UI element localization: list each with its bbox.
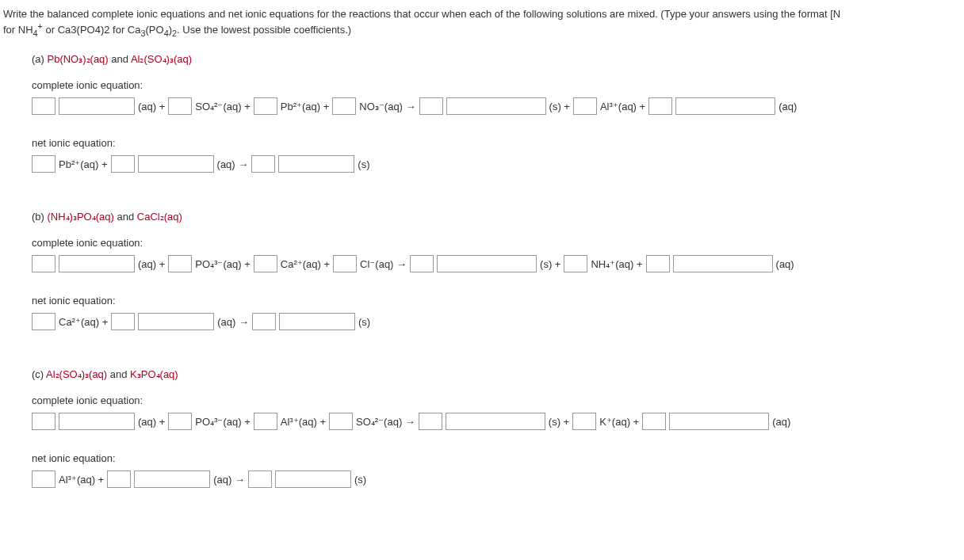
nie-row-a: Pb²⁺(aq) + (aq) → (s) bbox=[32, 155, 964, 173]
coef-input[interactable] bbox=[572, 413, 596, 430]
species-input[interactable] bbox=[59, 255, 135, 272]
reactant-c1: Al₂(SO₄)₃(aq) bbox=[46, 368, 107, 380]
instructions-line2: for NH4+ or Ca3(PO4)2 for Ca3(PO4)2. Use… bbox=[3, 24, 351, 36]
part-a: (a) Pb(NO₃)₂(aq) and Al₂(SO₄)₃(aq) compl… bbox=[32, 53, 964, 173]
nie-label-c: net ionic equation: bbox=[32, 452, 964, 464]
coef-input[interactable] bbox=[32, 413, 55, 430]
ca2-token: Ca²⁺(aq) + bbox=[281, 258, 330, 270]
part-c: (c) Al₂(SO₄)₃(aq) and K₃PO₄(aq) complete… bbox=[32, 368, 964, 488]
coef-input[interactable] bbox=[248, 470, 272, 488]
coef-input[interactable] bbox=[32, 97, 55, 115]
coef-input[interactable] bbox=[32, 470, 55, 488]
no3-token: NO₃⁻(aq) → bbox=[359, 101, 415, 112]
coef-input[interactable] bbox=[168, 97, 192, 115]
species-input[interactable] bbox=[279, 313, 355, 330]
coef-input[interactable] bbox=[252, 313, 276, 330]
aq-plus-token: (aq) + bbox=[138, 101, 165, 112]
species-input[interactable] bbox=[675, 97, 775, 115]
s-token: (s) bbox=[358, 158, 369, 170]
nie-row-b: Ca²⁺(aq) + (aq) → (s) bbox=[32, 313, 964, 330]
species-input[interactable] bbox=[446, 413, 545, 430]
reactant-b1: (NH₄)₃PO₄(aq) bbox=[48, 211, 114, 223]
coef-input[interactable] bbox=[573, 97, 597, 115]
aq-arrow-token: (aq) → bbox=[217, 316, 249, 328]
cie-label-a: complete ionic equation: bbox=[32, 79, 964, 91]
ca2-net-token: Ca²⁺(aq) + bbox=[59, 316, 108, 328]
coef-input[interactable] bbox=[32, 255, 55, 272]
species-input[interactable] bbox=[275, 470, 351, 488]
species-input[interactable] bbox=[278, 155, 354, 173]
aq-plus-token: (aq) + bbox=[138, 258, 165, 270]
coef-input[interactable] bbox=[32, 155, 55, 173]
species-input[interactable] bbox=[446, 97, 546, 115]
part-b: (b) (NH₄)₃PO₄(aq) and CaCl₂(aq) complete… bbox=[32, 211, 964, 330]
coef-input[interactable] bbox=[251, 155, 275, 173]
reactant-b2: CaCl₂(aq) bbox=[137, 211, 182, 223]
species-input[interactable] bbox=[673, 255, 773, 272]
part-a-label: (a) Pb(NO₃)₂(aq) and Al₂(SO₄)₃(aq) bbox=[32, 53, 964, 65]
po4-token: PO₄³⁻(aq) + bbox=[195, 258, 250, 270]
coef-input[interactable] bbox=[564, 255, 587, 272]
cie-label-b: complete ionic equation: bbox=[32, 237, 964, 249]
cie-row-c: (aq) + PO₄³⁻(aq) + Al³⁺(aq) + SO₄²⁻(aq) … bbox=[32, 413, 964, 430]
aq-plus-token: (aq) + bbox=[138, 416, 165, 428]
cie-row-a: (aq) + SO₄²⁻(aq) + Pb²⁺(aq) + NO₃⁻(aq) →… bbox=[32, 97, 964, 115]
cie-label-c: complete ionic equation: bbox=[32, 394, 964, 406]
coef-input[interactable] bbox=[111, 313, 135, 330]
coef-input[interactable] bbox=[254, 413, 277, 430]
nh4-token: NH₄⁺(aq) + bbox=[591, 258, 642, 270]
species-input[interactable] bbox=[138, 155, 214, 173]
coef-input[interactable] bbox=[254, 97, 277, 115]
coef-input[interactable] bbox=[419, 97, 443, 115]
part-c-label: (c) Al₂(SO₄)₃(aq) and K₃PO₄(aq) bbox=[32, 368, 964, 380]
species-input[interactable] bbox=[59, 413, 135, 430]
so4-token: SO₄²⁻(aq) + bbox=[195, 101, 250, 112]
al3-net-token: Al³⁺(aq) + bbox=[59, 474, 104, 486]
coef-input[interactable] bbox=[329, 413, 353, 430]
nie-label-a: net ionic equation: bbox=[32, 137, 964, 149]
species-input[interactable] bbox=[437, 255, 537, 272]
instructions: Write the balanced complete ionic equati… bbox=[3, 6, 964, 37]
aq-end-token: (aq) bbox=[772, 416, 790, 428]
coef-input[interactable] bbox=[107, 470, 131, 488]
coef-input[interactable] bbox=[168, 255, 192, 272]
po4-token: PO₄³⁻(aq) + bbox=[195, 416, 250, 428]
species-input[interactable] bbox=[669, 413, 769, 430]
coef-input[interactable] bbox=[646, 255, 670, 272]
aq-end-token: (aq) bbox=[778, 101, 797, 112]
al3-token: Al³⁺(aq) + bbox=[600, 101, 645, 112]
cie-row-b: (aq) + PO₄³⁻(aq) + Ca²⁺(aq) + Cl⁻(aq) → … bbox=[32, 255, 964, 272]
coef-input[interactable] bbox=[410, 255, 434, 272]
s-plus-token: (s) + bbox=[540, 258, 560, 270]
so4-token: SO₄²⁻(aq) → bbox=[356, 416, 415, 428]
pb2-net-token: Pb²⁺(aq) + bbox=[59, 158, 108, 170]
nie-row-c: Al³⁺(aq) + (aq) → (s) bbox=[32, 470, 964, 488]
s-plus-token: (s) + bbox=[549, 416, 569, 428]
species-input[interactable] bbox=[138, 313, 214, 330]
s-token: (s) bbox=[354, 474, 366, 486]
coef-input[interactable] bbox=[332, 97, 356, 115]
species-input[interactable] bbox=[134, 470, 210, 488]
coef-input[interactable] bbox=[642, 413, 666, 430]
k-token: K⁺(aq) + bbox=[599, 416, 639, 428]
nie-label-b: net ionic equation: bbox=[32, 295, 964, 307]
coef-input[interactable] bbox=[32, 313, 55, 330]
reactant-a2: Al₂(SO₄)₃(aq) bbox=[131, 53, 192, 65]
coef-input[interactable] bbox=[111, 155, 135, 173]
coef-input[interactable] bbox=[333, 255, 357, 272]
s-plus-token: (s) + bbox=[549, 101, 570, 112]
coef-input[interactable] bbox=[168, 413, 192, 430]
part-b-label: (b) (NH₄)₃PO₄(aq) and CaCl₂(aq) bbox=[32, 211, 964, 223]
coef-input[interactable] bbox=[648, 97, 672, 115]
reactant-a1: Pb(NO₃)₂(aq) bbox=[48, 53, 109, 65]
species-input[interactable] bbox=[59, 97, 135, 115]
aq-arrow-token: (aq) → bbox=[213, 474, 245, 486]
aq-end-token: (aq) bbox=[776, 258, 794, 270]
worksheet: Write the balanced complete ionic equati… bbox=[0, 0, 964, 526]
coef-input[interactable] bbox=[254, 255, 277, 272]
reactant-c2: K₃PO₄(aq) bbox=[130, 368, 178, 380]
al3-token: Al³⁺(aq) + bbox=[281, 416, 326, 428]
aq-arrow-token: (aq) → bbox=[217, 158, 249, 170]
coef-input[interactable] bbox=[419, 413, 442, 430]
pb2-token: Pb²⁺(aq) + bbox=[281, 101, 330, 112]
